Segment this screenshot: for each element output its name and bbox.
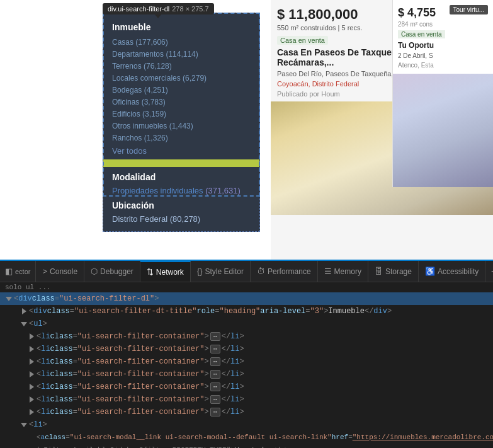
filter-locales: Locales comerciales (6,279): [103, 72, 259, 84]
filter-edificios: Edificios (3,159): [103, 108, 259, 120]
expand-icon-li3[interactable]: [28, 358, 35, 365]
console-icon: >: [42, 267, 47, 276]
style-editor-icon: {}: [197, 267, 203, 276]
memory-icon: ☰: [324, 267, 332, 276]
code-line-li-3[interactable]: <li class="ui-search-filter-container" >…: [0, 355, 493, 368]
expand-icon-li5[interactable]: [28, 383, 35, 391]
more-tools-button[interactable]: ⋯: [485, 265, 493, 277]
tab-performance[interactable]: ⏱ Performance: [251, 261, 318, 282]
ellipsis-btn-li1[interactable]: ⋯: [210, 332, 220, 341]
highlighted-item: [103, 159, 259, 167]
filter-departamentos: Departamentos (114,114): [103, 48, 259, 60]
property-cards-area: $ 11,800,000 550 m² construidos | 5 recs…: [271, 0, 493, 260]
code-line-above: solo ul ...: [0, 282, 493, 292]
filter-otros: Otros inmuebles (1,443): [103, 120, 259, 132]
property-card-second[interactable]: $ 4,755 284 m² cons Tour virtu... Casa e…: [392, 0, 493, 187]
element-tooltip: div.ui-search-filter-dl 278 × 275.7: [103, 3, 214, 14]
accessibility-icon: ♿: [425, 267, 435, 276]
tooltip-class-label: div.ui-search-filter-dl: [108, 5, 169, 13]
ellipsis-btn-li4[interactable]: ⋯: [210, 370, 220, 379]
section-title-inmueble: Inmueble: [103, 20, 259, 36]
expand-icon-main[interactable]: [5, 295, 13, 302]
tour-virtual-badge: Tour virtu...: [450, 5, 488, 14]
code-line-li-7[interactable]: <li class="ui-search-filter-container" >…: [0, 406, 493, 418]
filter-propiedades: Propiedades individuales (371,631): [103, 185, 259, 197]
tab-memory-label: Memory: [334, 267, 361, 276]
code-line-anchor-cont: / FiltersAvailableSidebar?filter=PROPERT…: [0, 444, 493, 448]
code-line-li-4[interactable]: <li class="ui-search-filter-container" >…: [0, 368, 493, 381]
triangle-right-li4-icon: [30, 371, 34, 377]
section-title-modalidad: Modalidad: [103, 168, 259, 185]
tab-console[interactable]: > Console: [36, 261, 84, 282]
expand-icon-li2[interactable]: [28, 345, 35, 353]
triangle-right-li7-icon: [30, 409, 34, 415]
website-preview: div.ui-search-filter-dl 278 × 275.7 Inmu…: [0, 0, 493, 260]
triangle-right-li6-icon: [30, 396, 34, 403]
tab-style-editor[interactable]: {} Style Editor: [191, 261, 251, 282]
tab-inspector-label: ector: [15, 268, 30, 275]
second-badge: Casa en venta: [398, 30, 445, 38]
filter-ranchos: Ranchos (1,326): [103, 132, 259, 144]
triangle-down-icon: [6, 297, 12, 301]
code-line-li-1[interactable]: <li class="ui-search-filter-container" >…: [0, 330, 493, 343]
filter-oficinas: Oficinas (3,783): [103, 96, 259, 108]
triangle-down-li-last-icon: [21, 423, 27, 427]
expand-icon-li-last[interactable]: [20, 421, 28, 428]
ver-todos-inmueble[interactable]: Ver todos: [103, 144, 259, 158]
inspector-icon: ◧: [5, 267, 13, 276]
performance-icon: ⏱: [257, 267, 265, 276]
debugger-icon: ⬡: [91, 267, 98, 276]
code-line-main-div[interactable]: <div class="ui-search-filter-dl" >: [0, 292, 493, 305]
tooltip-arrow: [155, 14, 161, 18]
tab-performance-label: Performance: [268, 267, 311, 276]
ellipsis-btn-li7[interactable]: ⋯: [210, 408, 220, 416]
second-title: Tu Oportu: [393, 40, 493, 51]
triangle-down-ul-icon: [21, 322, 27, 326]
ellipsis-btn-li6[interactable]: ⋯: [210, 395, 220, 404]
tab-network-label: Network: [156, 268, 184, 277]
ellipsis-btn-li2[interactable]: ⋯: [210, 345, 220, 353]
code-line-ul[interactable]: <ul>: [0, 318, 493, 330]
expand-icon-li6[interactable]: [28, 396, 35, 403]
expand-icon-li4[interactable]: [28, 370, 35, 378]
triangle-right-li5-icon: [30, 384, 34, 390]
tab-inspector[interactable]: ◧ ector: [0, 261, 36, 282]
property-city-highlight: Coyoacán, Distrito Federal: [277, 80, 359, 88]
code-line-li-2[interactable]: <li class="ui-search-filter-container" >…: [0, 343, 493, 355]
tab-storage[interactable]: 🗄 Storage: [368, 261, 419, 282]
tab-accessibility[interactable]: ♿ Accessibility: [419, 261, 485, 282]
section-title-ubicacion: Ubicación: [103, 197, 259, 213]
tab-style-editor-label: Style Editor: [205, 267, 244, 276]
filter-distrito: Distrito Federal (80,278): [103, 213, 259, 225]
devtools-code-panel: solo ul ... <div class="ui-search-filter…: [0, 282, 493, 448]
tab-debugger[interactable]: ⬡ Debugger: [84, 261, 140, 282]
code-line-li-5[interactable]: <li class="ui-search-filter-container" >…: [0, 381, 493, 393]
second-city: Atenco, Esta: [393, 60, 493, 70]
code-line-anchor[interactable]: <a class="ui-search-modal__link ui-searc…: [0, 431, 493, 444]
expand-icon-li7[interactable]: [28, 408, 35, 416]
filter-casas-label: Casas: [112, 38, 135, 47]
filter-bodegas: Bodegas (4,251): [103, 84, 259, 96]
storage-icon: 🗄: [375, 267, 383, 276]
filter-casas-count: (177,606): [135, 38, 167, 47]
code-line-li-6[interactable]: <li class="ui-search-filter-container" >…: [0, 393, 493, 406]
tooltip-dimensions: 278 × 275.7: [172, 5, 208, 13]
triangle-right-li2-icon: [30, 346, 34, 352]
tab-network[interactable]: ⇅ Network: [140, 261, 191, 282]
ellipsis-btn-li5[interactable]: ⋯: [210, 382, 220, 391]
code-line-li-last[interactable]: <li>: [0, 418, 493, 431]
ellipsis-btn-li3[interactable]: ⋯: [210, 357, 220, 366]
tab-memory[interactable]: ☰ Memory: [318, 261, 368, 282]
property-badge: Casa en venta: [277, 36, 328, 45]
expand-icon-ul[interactable]: [20, 320, 28, 328]
expand-icon-li1[interactable]: [28, 333, 35, 340]
code-line-dt-title[interactable]: <div class="ui-search-filter-dt-title" r…: [0, 305, 493, 318]
second-address: 2 De Abril, S: [393, 51, 493, 60]
tab-debugger-label: Debugger: [100, 267, 133, 276]
tab-accessibility-label: Accessibility: [438, 267, 479, 276]
devtools-toolbar: ◧ ector > Console ⬡ Debugger ⇅ Network {…: [0, 260, 493, 282]
property-street-text: Paseo Del Río, Paseos De Taxqueña,: [277, 70, 393, 78]
tab-console-label: Console: [50, 267, 77, 276]
expand-icon-dt[interactable]: [20, 307, 28, 315]
second-meta: 284 m² cons: [393, 21, 493, 28]
